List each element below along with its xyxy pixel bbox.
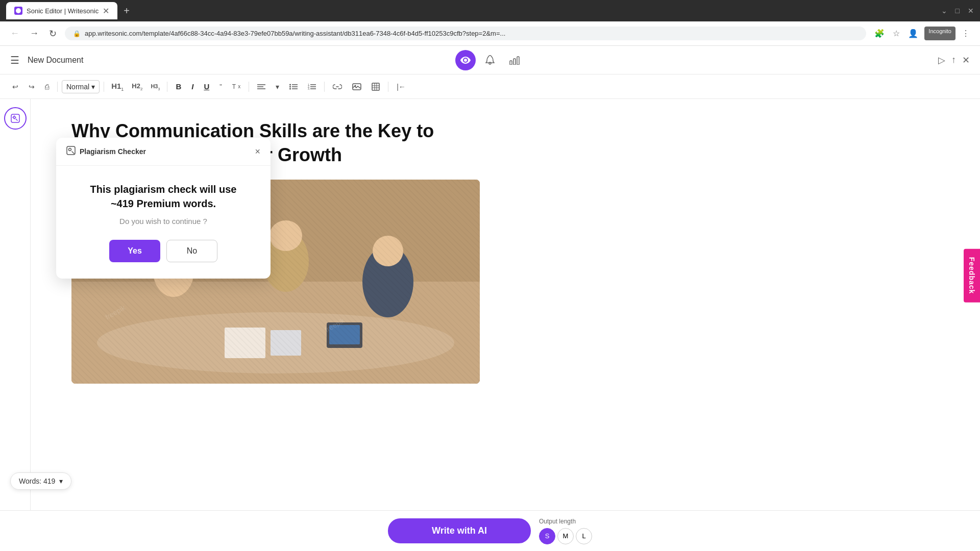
- svg-text:freepik: freepik: [104, 303, 127, 321]
- new-tab-btn[interactable]: +: [124, 5, 130, 17]
- h3-btn[interactable]: H33: [148, 80, 163, 93]
- modal-actions: Yes No: [68, 240, 258, 262]
- link-btn[interactable]: [329, 81, 346, 93]
- rocket-btn[interactable]: [480, 50, 500, 70]
- format-select[interactable]: Normal ▾: [62, 80, 100, 93]
- modal-sub: Do you wish to continue ?: [68, 217, 258, 226]
- settings-icon[interactable]: ⋮: [960, 27, 972, 40]
- modal-close-btn[interactable]: ×: [255, 146, 260, 157]
- words-count-text: Words: 419: [19, 477, 55, 485]
- print-btn[interactable]: ⎙: [41, 80, 53, 94]
- svg-text:3.: 3.: [308, 87, 310, 90]
- svg-rect-45: [225, 328, 265, 358]
- format-value: Normal: [66, 83, 89, 91]
- divider-5: [324, 82, 325, 92]
- svg-rect-48: [329, 325, 360, 344]
- incognito-badge: Incognito: [924, 27, 955, 40]
- chart-btn[interactable]: [504, 50, 525, 70]
- image-btn[interactable]: [348, 80, 365, 93]
- app-header: ☰ New Document ▷ ↑ ✕: [0, 46, 980, 74]
- header-center-icons: [455, 50, 525, 70]
- table-btn[interactable]: [368, 80, 384, 94]
- svg-point-27: [13, 116, 15, 118]
- svg-rect-46: [271, 330, 301, 356]
- ordered-list-btn[interactable]: 1.2.3.: [304, 81, 320, 93]
- share-btn[interactable]: ↑: [951, 55, 956, 65]
- modal-message: This plagiarism check will use ~419 Prem…: [68, 182, 258, 211]
- address-actions: 🧩 ☆ 👤 Incognito ⋮: [872, 27, 972, 40]
- tab-favicon: [14, 7, 22, 15]
- play-btn[interactable]: ▷: [938, 55, 945, 66]
- modal-yes-btn[interactable]: Yes: [109, 240, 160, 262]
- output-sizes: S M L: [539, 528, 592, 544]
- h1-btn[interactable]: H11: [108, 80, 127, 94]
- svg-point-0: [16, 8, 21, 13]
- svg-point-9: [289, 86, 291, 87]
- svg-rect-2: [513, 59, 516, 65]
- svg-rect-1: [510, 61, 512, 65]
- editor-toolbar: ↩ ↪ ⎙ Normal ▾ H11 H22 H33 B I U " Tx ▾ …: [0, 74, 980, 99]
- modal-header-icon: [66, 146, 76, 157]
- extensions-icon[interactable]: 🧩: [872, 27, 887, 40]
- address-bar: ← → ↻ 🔒 app.writesonic.com/template/4af6…: [0, 21, 980, 46]
- format-arrow: ▾: [91, 83, 95, 91]
- window-controls: ⌄ □ ✕: [941, 7, 974, 15]
- clear-format-btn[interactable]: Tx: [228, 80, 244, 93]
- modal-header: Plagiarism Checker ×: [56, 138, 271, 166]
- divider-2: [104, 82, 104, 92]
- h2-btn[interactable]: H22: [129, 80, 145, 93]
- profile-icon[interactable]: 👤: [906, 27, 920, 40]
- svg-point-7: [289, 84, 291, 85]
- write-ai-btn[interactable]: Write with AI: [388, 518, 531, 543]
- tab-title: Sonic Editor | Writesonic: [27, 7, 99, 15]
- svg-rect-21: [372, 83, 379, 90]
- italic-btn[interactable]: I: [187, 80, 198, 93]
- words-counter[interactable]: Words: 419 ▾: [10, 472, 71, 490]
- size-l-btn[interactable]: L: [576, 528, 592, 544]
- bookmark-icon[interactable]: ☆: [891, 27, 902, 40]
- divider-3: [167, 82, 167, 92]
- align-btn[interactable]: [253, 81, 270, 93]
- url-text: app.writesonic.com/template/4af66c88-34c…: [85, 30, 505, 37]
- collapse-btn[interactable]: |←: [393, 80, 410, 94]
- redo-btn[interactable]: ↪: [24, 80, 39, 94]
- size-s-btn[interactable]: S: [539, 528, 555, 544]
- forward-btn[interactable]: →: [28, 26, 41, 41]
- svg-point-43: [362, 246, 413, 317]
- svg-point-42: [270, 220, 302, 251]
- modal-no-btn[interactable]: No: [166, 240, 217, 262]
- eye-btn[interactable]: [455, 50, 476, 70]
- minimize-btn[interactable]: ⌄: [941, 7, 947, 15]
- close-editor-btn[interactable]: ✕: [962, 55, 970, 66]
- doc-title[interactable]: New Document: [28, 56, 83, 65]
- url-bar[interactable]: 🔒 app.writesonic.com/template/4af66c88-3…: [65, 27, 866, 40]
- bottom-bar: Write with AI Output length S M L: [0, 510, 980, 551]
- feedback-tab[interactable]: Feedback: [964, 249, 980, 303]
- svg-rect-47: [327, 322, 362, 348]
- bold-btn[interactable]: B: [172, 80, 185, 93]
- divider-6: [388, 82, 388, 92]
- tab-close-btn[interactable]: ✕: [103, 6, 109, 16]
- menu-btn[interactable]: ☰: [10, 54, 19, 66]
- output-length-label: Output length: [539, 518, 592, 525]
- align-arrow-btn[interactable]: ▾: [272, 80, 283, 94]
- modal-body: This plagiarism check will use ~419 Prem…: [56, 166, 271, 279]
- maximize-btn[interactable]: □: [955, 7, 960, 15]
- size-m-btn[interactable]: M: [557, 528, 574, 544]
- svg-point-38: [97, 312, 454, 373]
- browser-tab[interactable]: Sonic Editor | Writesonic ✕: [6, 2, 117, 19]
- undo-btn[interactable]: ↩: [8, 80, 22, 94]
- bullet-list-btn[interactable]: [285, 81, 302, 93]
- back-btn[interactable]: ←: [8, 26, 21, 41]
- close-window-btn[interactable]: ✕: [968, 7, 974, 15]
- plagiarism-modal: Plagiarism Checker × This plagiarism che…: [56, 138, 271, 279]
- svg-rect-26: [11, 114, 19, 122]
- plagiarism-checker-btn[interactable]: [4, 107, 27, 130]
- browser-chrome: Sonic Editor | Writesonic ✕ + ⌄ □ ✕: [0, 0, 980, 21]
- svg-rect-3: [517, 57, 519, 65]
- output-length-control: Output length S M L: [539, 518, 592, 544]
- quote-btn[interactable]: ": [215, 80, 226, 93]
- underline-btn[interactable]: U: [200, 80, 213, 93]
- reload-btn[interactable]: ↻: [47, 26, 59, 41]
- lock-icon: 🔒: [73, 30, 81, 37]
